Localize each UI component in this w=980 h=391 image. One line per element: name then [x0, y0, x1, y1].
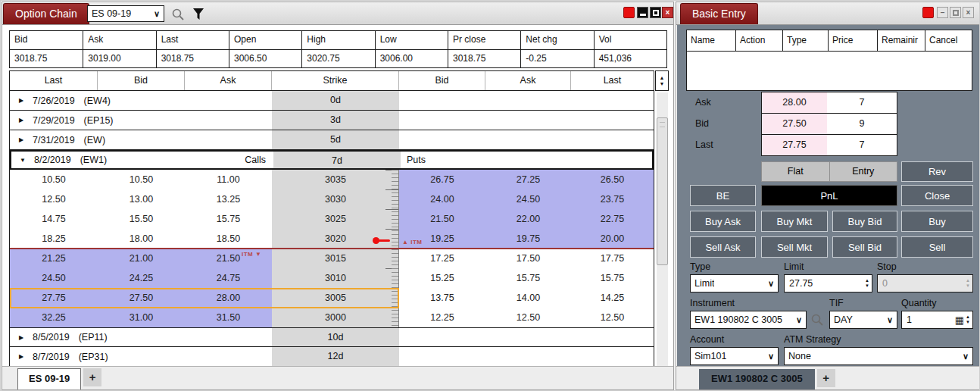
put-ask-cell[interactable]: 24.50: [485, 189, 571, 209]
put-ask-cell[interactable]: 15.75: [485, 268, 571, 288]
put-bid-cell[interactable]: 17.25: [399, 249, 485, 268]
sell-button[interactable]: Sell: [901, 236, 973, 258]
last-price[interactable]: 27.75: [761, 134, 828, 156]
scrollbar-thumb[interactable]: [657, 117, 668, 265]
basic-entry-titlebar[interactable]: Basic Entry – ×: [676, 2, 979, 25]
put-bid-cell[interactable]: 21.50: [399, 209, 485, 229]
put-ask-cell[interactable]: 17.50: [485, 249, 571, 268]
option-chain-titlebar[interactable]: Option Chain ES 09-19 ∨ ×: [2, 2, 673, 25]
search-icon[interactable]: [171, 8, 185, 21]
maximize-button[interactable]: [950, 7, 961, 18]
collapse-arrow-icon[interactable]: ▼: [11, 157, 34, 164]
stepper-arrows[interactable]: ▲ ▼: [865, 278, 872, 289]
add-tab-button[interactable]: +: [817, 369, 835, 387]
account-dropdown[interactable]: Sim101 ∨: [690, 347, 779, 365]
scrollbar-arrow-buttons[interactable]: ▲ ▼: [655, 70, 669, 91]
atm-strategy-dropdown[interactable]: None ∨: [784, 347, 973, 365]
close-button[interactable]: ×: [662, 7, 673, 18]
buy-ask-button[interactable]: Buy Ask: [690, 211, 756, 232]
expiry-row[interactable]: ▶ 8/7/2019 (EP31) 12d: [10, 347, 654, 367]
put-last-cell[interactable]: 12.50: [571, 308, 654, 327]
flat-button[interactable]: Flat: [762, 162, 830, 181]
put-ask-cell[interactable]: 27.25: [485, 170, 571, 189]
put-last-cell[interactable]: 15.75: [571, 268, 654, 288]
call-bid-cell[interactable]: 10.50: [98, 170, 185, 189]
buy-mkt-button[interactable]: Buy Mkt: [761, 211, 828, 232]
link-color-button[interactable]: [922, 7, 934, 18]
minimize-button[interactable]: –: [937, 7, 948, 18]
breakeven-button[interactable]: BE: [690, 185, 756, 206]
step-down-icon[interactable]: ▼: [865, 283, 869, 289]
call-ask-cell[interactable]: 15.75: [185, 209, 272, 229]
call-last-cell[interactable]: 32.25: [10, 308, 98, 327]
put-bid-cell[interactable]: 13.75: [399, 288, 485, 308]
ask-price[interactable]: 28.00: [761, 92, 828, 114]
call-last-cell[interactable]: 14.75: [10, 209, 98, 229]
buy-bid-button[interactable]: Buy Bid: [832, 211, 897, 232]
expand-arrow-icon[interactable]: ▶: [10, 117, 33, 124]
expiry-row[interactable]: ▶ 7/31/2019 (EW) 5d: [10, 130, 654, 150]
bid-price[interactable]: 27.50: [761, 113, 828, 135]
calculator-icon[interactable]: ▦: [955, 314, 966, 326]
limit-price-stepper[interactable]: 27.75 ▲ ▼: [784, 274, 872, 292]
call-bid-cell[interactable]: 21.00: [98, 249, 185, 268]
add-tab-button[interactable]: +: [83, 368, 101, 386]
put-bid-cell[interactable]: 24.00: [399, 189, 485, 209]
put-ask-cell[interactable]: 12.50: [485, 308, 571, 327]
filter-icon[interactable]: [192, 8, 204, 20]
put-ask-cell[interactable]: 14.00: [485, 288, 571, 308]
put-last-cell[interactable]: 20.00: [571, 229, 654, 249]
quantity-stepper[interactable]: 1 ▦ ▲ ▼: [901, 311, 973, 329]
put-last-cell[interactable]: 22.75: [571, 209, 654, 229]
buy-button[interactable]: Buy: [901, 211, 973, 232]
call-ask-cell[interactable]: 18.50: [185, 229, 272, 249]
put-last-cell[interactable]: 26.50: [571, 170, 654, 189]
link-color-button[interactable]: [623, 7, 635, 18]
call-ask-cell[interactable]: 24.75: [185, 268, 272, 288]
call-ask-cell[interactable]: 11.00: [185, 170, 272, 189]
expiry-row[interactable]: ▶ 7/26/2019 (EW4) 0d: [10, 91, 654, 111]
call-bid-cell[interactable]: 18.00: [98, 229, 185, 249]
put-bid-cell[interactable]: 15.25: [399, 268, 485, 288]
call-ask-cell[interactable]: 31.50: [185, 308, 272, 327]
scrollbar-track[interactable]: [657, 92, 668, 367]
put-last-cell[interactable]: 23.75: [571, 189, 654, 209]
expiry-row-expanded[interactable]: ▼ 8/2/2019 (EW1) Calls 7d Puts: [10, 150, 654, 170]
entry-button[interactable]: Entry: [830, 162, 897, 181]
call-last-cell[interactable]: 12.50: [10, 189, 98, 209]
call-bid-cell[interactable]: 24.25: [98, 268, 185, 288]
call-last-cell[interactable]: 24.50: [10, 268, 98, 288]
step-up-icon[interactable]: ▲: [966, 314, 970, 320]
minimize-button[interactable]: [637, 7, 648, 18]
step-up-icon[interactable]: ▲: [865, 278, 869, 283]
instrument-search-icon[interactable]: [810, 313, 824, 327]
tif-dropdown[interactable]: DAY ∨: [829, 311, 897, 329]
expand-arrow-icon[interactable]: ▶: [10, 97, 33, 104]
sell-ask-button[interactable]: Sell Ask: [690, 236, 756, 258]
call-bid-cell[interactable]: 13.00: [98, 189, 185, 209]
instrument-selector[interactable]: ES 09-19 ∨: [87, 5, 164, 22]
step-down-icon[interactable]: ▼: [966, 320, 970, 325]
call-last-cell[interactable]: 10.50: [10, 170, 98, 189]
maximize-button[interactable]: [650, 7, 661, 18]
put-bid-cell[interactable]: 12.25: [399, 308, 485, 327]
expand-arrow-icon[interactable]: ▶: [10, 353, 33, 360]
pnl-display[interactable]: PnL: [761, 185, 897, 206]
sell-bid-button[interactable]: Sell Bid: [832, 236, 897, 258]
close-button[interactable]: ×: [963, 7, 974, 18]
scroll-down-icon[interactable]: ▼: [660, 81, 665, 87]
stepper-arrows[interactable]: ▲ ▼: [966, 314, 972, 325]
chain-scrollbar[interactable]: ▲ ▼: [655, 70, 669, 367]
expand-arrow-icon[interactable]: ▶: [10, 334, 33, 341]
expiry-row[interactable]: ▶ 8/5/2019 (EP11) 10d: [10, 327, 654, 347]
call-ask-cell[interactable]: 13.25: [185, 189, 272, 209]
put-last-cell[interactable]: 14.25: [571, 288, 654, 308]
expand-arrow-icon[interactable]: ▶: [10, 136, 33, 143]
reverse-button[interactable]: Rev: [901, 161, 973, 182]
expiry-row[interactable]: ▶ 7/29/2019 (EP15) 3d: [10, 111, 654, 130]
close-position-button[interactable]: Close: [901, 185, 973, 206]
put-ask-cell[interactable]: 22.00: [485, 209, 571, 229]
sell-mkt-button[interactable]: Sell Mkt: [761, 236, 828, 258]
call-bid-cell[interactable]: 15.50: [98, 209, 185, 229]
put-last-cell[interactable]: 17.75: [571, 249, 654, 268]
